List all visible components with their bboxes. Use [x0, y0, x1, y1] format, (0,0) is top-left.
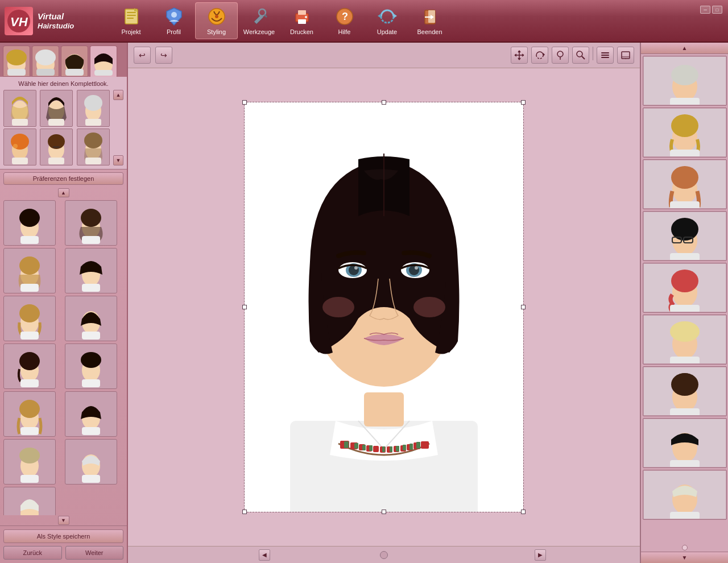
- style-thumb-10[interactable]: [65, 391, 117, 437]
- svg-rect-112: [421, 441, 429, 449]
- style-list-scroll-down[interactable]: ▼: [58, 516, 69, 525]
- right-thumb-3[interactable]: [643, 159, 727, 209]
- screen-tool-button[interactable]: [617, 47, 634, 64]
- svg-rect-113: [344, 441, 349, 448]
- style-thumb-11[interactable]: [3, 439, 56, 485]
- right-panel-scroll-up[interactable]: ▲: [641, 43, 728, 54]
- svg-rect-61: [20, 284, 39, 292]
- maximize-button[interactable]: □: [712, 6, 722, 14]
- look-thumb-4[interactable]: [3, 129, 36, 165]
- tab-1[interactable]: [3, 45, 30, 77]
- svg-point-128: [349, 265, 359, 275]
- pin-tool-button[interactable]: [552, 47, 569, 64]
- svg-rect-94: [601, 55, 609, 56]
- svg-rect-154: [670, 253, 700, 260]
- photo-area: [128, 68, 640, 546]
- look-thumb-6[interactable]: [77, 129, 110, 165]
- right-thumb-7[interactable]: [643, 366, 727, 416]
- look-scroll-up[interactable]: ▲: [113, 90, 123, 100]
- beenden-icon: [420, 6, 440, 27]
- svg-text:VH: VH: [10, 15, 28, 29]
- look-thumb-2[interactable]: [40, 90, 73, 127]
- style-thumb-3[interactable]: [3, 248, 56, 293]
- right-thumb-6[interactable]: [643, 314, 727, 365]
- svg-rect-48: [53, 146, 60, 148]
- menu-tool-button[interactable]: [597, 47, 614, 64]
- handle-top-right[interactable]: [521, 100, 526, 105]
- right-thumb-2[interactable]: [643, 107, 727, 158]
- handle-bot-left[interactable]: [242, 510, 247, 514]
- svg-rect-172: [670, 512, 700, 519]
- style-thumb-5[interactable]: [3, 296, 56, 341]
- svg-rect-3: [127, 12, 136, 13]
- svg-point-135: [413, 297, 445, 317]
- zoom-tool-button[interactable]: [572, 47, 589, 64]
- rotate-tool-button[interactable]: [531, 47, 548, 64]
- canvas-left-arrow[interactable]: ◀: [259, 549, 270, 561]
- right-thumb-8[interactable]: [643, 418, 727, 468]
- style-thumb-2[interactable]: [65, 200, 117, 246]
- style-thumb-1[interactable]: [3, 200, 56, 246]
- look-thumb-1[interactable]: [3, 90, 36, 127]
- handle-top-left[interactable]: [242, 100, 247, 105]
- style-thumb-4[interactable]: [65, 248, 117, 293]
- canvas-tools-right: [511, 47, 634, 64]
- toolbar-btn-update[interactable]: Update: [366, 2, 408, 39]
- svg-rect-68: [82, 332, 100, 340]
- right-thumb-5[interactable]: [643, 263, 727, 313]
- svg-rect-115: [362, 445, 366, 450]
- svg-point-40: [84, 95, 102, 111]
- right-thumb-4[interactable]: [643, 211, 727, 261]
- style-thumb-9[interactable]: [3, 391, 56, 437]
- svg-point-146: [671, 166, 698, 189]
- toolbar-btn-projekt[interactable]: Projekt: [110, 2, 152, 39]
- tab-2[interactable]: [32, 45, 59, 77]
- svg-rect-55: [20, 236, 39, 244]
- svg-rect-93: [601, 52, 609, 53]
- complete-look-section: Wähle hier deinen Komplettlook.: [0, 77, 127, 169]
- main-photo[interactable]: [245, 102, 523, 512]
- style-thumb-12[interactable]: [65, 439, 117, 485]
- minimize-button[interactable]: ─: [700, 6, 710, 14]
- handle-bot-right[interactable]: [521, 510, 526, 514]
- next-button[interactable]: Weiter: [65, 546, 124, 560]
- style-thumb-8[interactable]: [65, 343, 117, 389]
- toolbar-btn-werkzeuge[interactable]: Werkzeuge: [238, 2, 280, 39]
- handle-mid-left[interactable]: [242, 305, 247, 309]
- right-thumb-1[interactable]: [643, 56, 727, 106]
- tab-3[interactable]: [61, 45, 88, 77]
- handle-mid-right[interactable]: [521, 305, 526, 309]
- style-thumb-13[interactable]: [3, 487, 56, 515]
- tab-4[interactable]: [90, 45, 117, 77]
- preferences-button[interactable]: Präferenzen festlegen: [3, 172, 123, 185]
- svg-rect-80: [82, 427, 100, 435]
- back-button[interactable]: Zurück: [3, 546, 62, 560]
- look-thumb-5[interactable]: [40, 129, 73, 165]
- look-thumb-3[interactable]: [77, 90, 110, 127]
- toolbar-btn-styling[interactable]: Styling: [195, 2, 238, 39]
- save-style-button[interactable]: Als Style speichern: [3, 529, 123, 543]
- handle-bot-center[interactable]: [382, 510, 386, 514]
- right-panel-list: [641, 54, 728, 544]
- style-list-scroll-up[interactable]: ▲: [58, 188, 69, 197]
- move-tool-button[interactable]: [511, 47, 528, 64]
- look-scroll-down[interactable]: ▼: [113, 155, 123, 165]
- toolbar-btn-hilfe[interactable]: ? Hilfe: [323, 2, 366, 39]
- svg-point-82: [19, 448, 40, 463]
- style-thumb-6[interactable]: [65, 296, 117, 341]
- svg-rect-14: [298, 10, 306, 15]
- right-thumb-9[interactable]: [643, 470, 727, 520]
- window-controls: ─ □: [700, 6, 722, 14]
- toolbar-btn-beenden[interactable]: Beenden: [408, 2, 451, 39]
- right-panel-scroll-down[interactable]: ▼: [641, 552, 728, 563]
- redo-button[interactable]: ↪: [155, 47, 172, 64]
- canvas-right-arrow[interactable]: ▶: [535, 549, 546, 561]
- toolbar-btn-profil[interactable]: Profil: [152, 2, 195, 39]
- undo-button[interactable]: ↩: [134, 47, 151, 64]
- right-panel: ▲: [640, 43, 728, 563]
- svg-point-44: [13, 144, 18, 148]
- style-thumb-7[interactable]: [3, 343, 56, 389]
- handle-top-center[interactable]: [382, 100, 386, 105]
- toolbar-btn-drucken[interactable]: Drucken: [280, 2, 323, 39]
- svg-point-54: [19, 209, 40, 227]
